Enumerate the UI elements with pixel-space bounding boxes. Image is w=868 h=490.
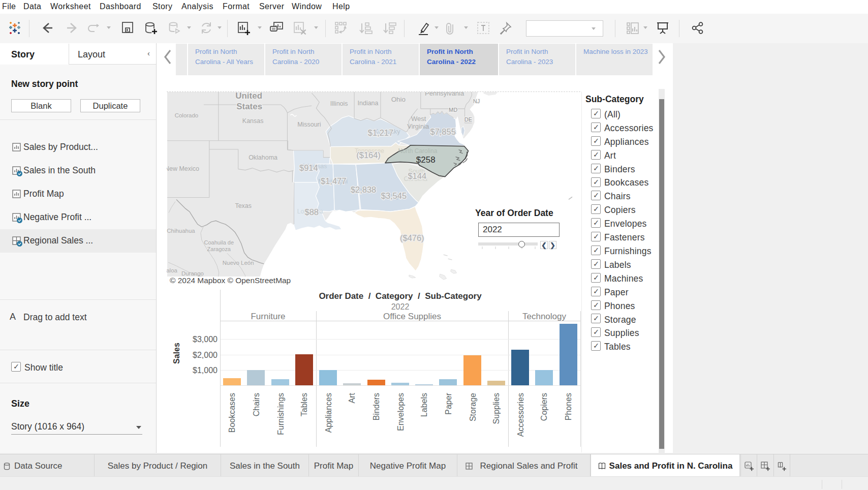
svg-text:$914: $914 (299, 163, 318, 172)
svg-text:Ohio: Ohio (391, 96, 406, 103)
svg-text:$258: $258 (416, 155, 436, 165)
svg-text:West: West (411, 115, 426, 122)
svg-text:($476): ($476) (400, 233, 424, 242)
svg-text:Indiana: Indiana (358, 100, 379, 107)
svg-text:DE: DE (464, 116, 472, 122)
svg-text:Illinois: Illinois (330, 100, 348, 107)
svg-text:Colorado: Colorado (175, 112, 198, 118)
svg-text:$88: $88 (305, 207, 319, 217)
svg-text:Nuevo León: Nuevo León (223, 260, 254, 266)
svg-text:$1,217: $1,217 (368, 128, 393, 137)
svg-text:$3,545: $3,545 (381, 191, 407, 200)
svg-text:aloa: aloa (167, 267, 178, 273)
svg-text:New Mexico: New Mexico (167, 165, 199, 172)
svg-text:States: States (236, 102, 262, 111)
svg-text:Coahuila de: Coahuila de (204, 239, 234, 246)
svg-text:$1,477: $1,477 (321, 176, 346, 186)
svg-text:Zaragoza: Zaragoza (207, 246, 231, 252)
svg-text:($164): ($164) (356, 150, 381, 160)
svg-text:$7,855: $7,855 (430, 127, 455, 136)
svg-text:$2,838: $2,838 (351, 185, 376, 194)
svg-text:Oklahoma: Oklahoma (249, 154, 277, 161)
svg-text:Texas: Texas (235, 202, 252, 209)
svg-text:© 2024 Mapbox © OpenStreetMap: © 2024 Mapbox © OpenStreetMap (170, 276, 291, 285)
svg-text:Pennsylvania: Pennsylvania (425, 91, 464, 97)
svg-text:North Carolina: North Carolina (398, 147, 437, 155)
svg-text:Missouri: Missouri (297, 121, 321, 128)
svg-text:Chihuahua: Chihuahua (167, 228, 195, 234)
svg-text:United: United (235, 91, 262, 101)
svg-text:Virginia: Virginia (407, 122, 429, 130)
svg-text:MD: MD (449, 107, 457, 113)
svg-text:$144: $144 (408, 171, 426, 180)
svg-text:NJ: NJ (473, 98, 480, 104)
svg-text:Kansas: Kansas (242, 117, 264, 125)
